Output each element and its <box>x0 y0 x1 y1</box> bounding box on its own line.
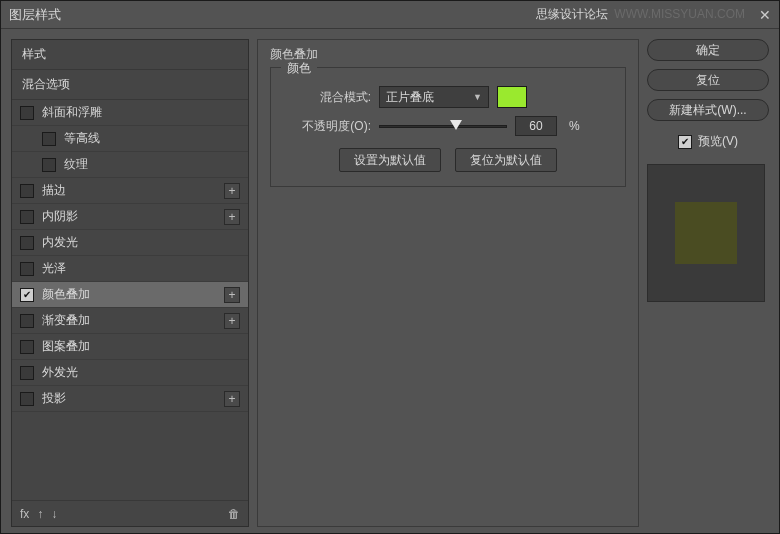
group-label: 颜色 <box>281 60 317 77</box>
style-checkbox[interactable] <box>42 132 56 146</box>
slider-thumb[interactable] <box>450 120 462 130</box>
window-title: 图层样式 <box>9 6 61 24</box>
action-panel: 确定 复位 新建样式(W)... ✔ 预览(V) <box>647 39 769 527</box>
new-style-button[interactable]: 新建样式(W)... <box>647 99 769 121</box>
dialog-content: 样式 混合选项 斜面和浮雕等高线纹理描边+内阴影+内发光光泽✔颜色叠加+渐变叠加… <box>1 29 779 533</box>
titlebar: 图层样式 思缘设计论坛 WWW.MISSYUAN.COM ✕ <box>1 1 779 29</box>
cancel-button[interactable]: 复位 <box>647 69 769 91</box>
styles-panel: 样式 混合选项 斜面和浮雕等高线纹理描边+内阴影+内发光光泽✔颜色叠加+渐变叠加… <box>11 39 249 527</box>
blend-mode-select[interactable]: 正片叠底 ▼ <box>379 86 489 108</box>
style-item-4[interactable]: 内阴影+ <box>12 204 248 230</box>
color-swatch[interactable] <box>497 86 527 108</box>
opacity-slider[interactable] <box>379 117 507 135</box>
opacity-unit: % <box>569 119 580 133</box>
style-checkbox[interactable] <box>20 366 34 380</box>
blend-mode-label: 混合模式: <box>283 89 371 106</box>
style-item-11[interactable]: 投影+ <box>12 386 248 412</box>
set-default-button[interactable]: 设置为默认值 <box>339 148 441 172</box>
slider-track <box>379 125 507 128</box>
plus-icon[interactable]: + <box>224 313 240 329</box>
blend-options-header[interactable]: 混合选项 <box>12 70 248 100</box>
style-checkbox[interactable] <box>20 262 34 276</box>
section-title: 颜色叠加 <box>270 46 626 63</box>
style-checkbox[interactable]: ✔ <box>20 288 34 302</box>
style-label: 光泽 <box>42 260 66 277</box>
style-label: 描边 <box>42 182 66 199</box>
style-item-1[interactable]: 等高线 <box>12 126 248 152</box>
style-checkbox[interactable] <box>20 314 34 328</box>
style-label: 等高线 <box>64 130 100 147</box>
style-checkbox[interactable] <box>20 210 34 224</box>
plus-icon[interactable]: + <box>224 183 240 199</box>
style-item-5[interactable]: 内发光 <box>12 230 248 256</box>
style-label: 斜面和浮雕 <box>42 104 102 121</box>
style-checkbox[interactable] <box>42 158 56 172</box>
ok-button[interactable]: 确定 <box>647 39 769 61</box>
style-label: 内阴影 <box>42 208 78 225</box>
fx-icon[interactable]: fx <box>20 507 29 521</box>
preview-swatch <box>675 202 737 264</box>
plus-icon[interactable]: + <box>224 391 240 407</box>
style-item-8[interactable]: 渐变叠加+ <box>12 308 248 334</box>
style-checkbox[interactable] <box>20 392 34 406</box>
style-checkbox[interactable] <box>20 106 34 120</box>
blend-mode-value: 正片叠底 <box>386 89 434 106</box>
styles-footer: fx ↑ ↓ 🗑 <box>12 500 248 526</box>
style-label: 纹理 <box>64 156 88 173</box>
style-label: 图案叠加 <box>42 338 90 355</box>
style-item-9[interactable]: 图案叠加 <box>12 334 248 360</box>
style-label: 投影 <box>42 390 66 407</box>
style-item-10[interactable]: 外发光 <box>12 360 248 386</box>
plus-icon[interactable]: + <box>224 287 240 303</box>
arrow-up-icon[interactable]: ↑ <box>37 507 43 521</box>
style-checkbox[interactable] <box>20 340 34 354</box>
style-label: 外发光 <box>42 364 78 381</box>
close-icon[interactable]: ✕ <box>759 7 771 23</box>
style-label: 渐变叠加 <box>42 312 90 329</box>
style-item-0[interactable]: 斜面和浮雕 <box>12 100 248 126</box>
style-list: 斜面和浮雕等高线纹理描边+内阴影+内发光光泽✔颜色叠加+渐变叠加+图案叠加外发光… <box>12 100 248 500</box>
arrow-down-icon[interactable]: ↓ <box>51 507 57 521</box>
styles-header[interactable]: 样式 <box>12 40 248 70</box>
trash-icon[interactable]: 🗑 <box>228 507 240 521</box>
watermark: 思缘设计论坛 WWW.MISSYUAN.COM <box>536 6 745 23</box>
opacity-input[interactable]: 60 <box>515 116 557 136</box>
style-checkbox[interactable] <box>20 236 34 250</box>
style-label: 颜色叠加 <box>42 286 90 303</box>
reset-default-button[interactable]: 复位为默认值 <box>455 148 557 172</box>
default-buttons: 设置为默认值 复位为默认值 <box>283 148 613 172</box>
preview-box <box>647 164 765 302</box>
preview-checkbox[interactable]: ✔ <box>678 135 692 149</box>
style-label: 内发光 <box>42 234 78 251</box>
color-group: 颜色 混合模式: 正片叠底 ▼ 不透明度(O): 60 % 设置为默认值 <box>270 67 626 187</box>
preview-label: 预览(V) <box>698 133 738 150</box>
opacity-row: 不透明度(O): 60 % <box>283 116 613 136</box>
style-checkbox[interactable] <box>20 184 34 198</box>
plus-icon[interactable]: + <box>224 209 240 225</box>
blend-mode-row: 混合模式: 正片叠底 ▼ <box>283 86 613 108</box>
opacity-label: 不透明度(O): <box>283 118 371 135</box>
style-item-7[interactable]: ✔颜色叠加+ <box>12 282 248 308</box>
style-item-3[interactable]: 描边+ <box>12 178 248 204</box>
settings-panel: 颜色叠加 颜色 混合模式: 正片叠底 ▼ 不透明度(O): 60 % <box>257 39 639 527</box>
style-item-2[interactable]: 纹理 <box>12 152 248 178</box>
layer-style-dialog: { "titlebar":{"title":"图层样式","watermark_… <box>0 0 780 534</box>
chevron-down-icon: ▼ <box>473 92 482 102</box>
preview-toggle[interactable]: ✔ 预览(V) <box>647 133 769 150</box>
style-item-6[interactable]: 光泽 <box>12 256 248 282</box>
